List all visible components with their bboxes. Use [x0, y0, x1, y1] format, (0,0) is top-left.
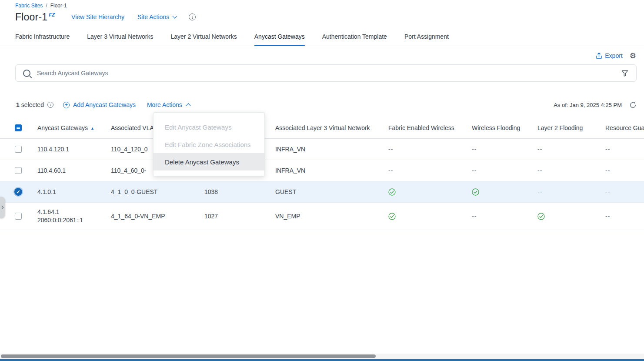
tab-layer3-virtual-networks[interactable]: Layer 3 Virtual Networks: [87, 30, 153, 46]
tab-port-assignment[interactable]: Port Assignment: [404, 30, 449, 46]
cell-layer3-vn: GUEST: [272, 181, 385, 203]
breadcrumb-current: Floor-1: [50, 3, 67, 9]
plus-circle-icon: [63, 102, 70, 108]
fabric-site-floor1-page: Fabric Sites / Floor-1 Floor-1FZ View Si…: [0, 0, 644, 361]
tab-anycast-gateways[interactable]: Anycast Gateways: [254, 30, 305, 46]
cell-layer2-flooding: --: [534, 181, 602, 203]
tab-layer2-virtual-networks[interactable]: Layer 2 Virtual Networks: [171, 30, 237, 46]
export-button[interactable]: Export: [596, 52, 622, 59]
tab-authentication-template[interactable]: Authentication Template: [322, 30, 387, 46]
cell-resource-guard: --: [602, 203, 644, 230]
info-icon[interactable]: [189, 13, 196, 20]
cell-resource-guard: --: [602, 181, 644, 203]
side-panel-handle[interactable]: [0, 197, 5, 218]
filter-icon[interactable]: [621, 70, 628, 77]
cell-layer3-vn: INFRA_VN: [272, 139, 385, 160]
add-anycast-gateways-label: Add Anycast Gateways: [73, 101, 136, 108]
more-actions-menu: Edit Anycast Gateways Edit Fabric Zone A…: [153, 112, 265, 177]
column-header-label: Anycast Gateways: [37, 124, 88, 131]
add-anycast-gateways-button[interactable]: Add Anycast Gateways: [63, 101, 136, 108]
search-icon: [23, 70, 30, 77]
search-input[interactable]: [36, 69, 621, 77]
selected-count-number: 1: [16, 101, 20, 108]
cell-layer2-flooding: --: [534, 160, 602, 181]
row-checkbox[interactable]: [15, 167, 22, 174]
cell-gateway: 4.1.0.1: [34, 181, 107, 203]
bottom-bar: [0, 359, 644, 361]
cell-vlan-id: 1038: [201, 181, 272, 203]
cell-gateway: 110.4.120.1: [34, 139, 107, 160]
site-actions-dropdown[interactable]: Site Actions: [137, 13, 177, 20]
menu-item-edit-fabric-zone-associations: Edit Fabric Zone Associations: [153, 136, 264, 153]
view-site-hierarchy-link[interactable]: View Site Hierarchy: [71, 13, 124, 20]
refresh-icon[interactable]: [629, 101, 637, 109]
cell-resource-guard: --: [602, 160, 644, 181]
success-check-icon: [537, 213, 545, 220]
table-row: 110.4.60.1 110_4_60_0- INFRA_VN -- -- --…: [0, 160, 644, 181]
chevron-right-icon: [0, 206, 3, 209]
cell-gateway: 110.4.60.1: [34, 160, 107, 181]
chevron-up-icon: [186, 103, 190, 108]
column-header-fabric-enabled-wireless[interactable]: Fabric Enabled Wireless: [385, 117, 468, 139]
menu-item-delete-anycast-gateways[interactable]: Delete Anycast Gateways: [153, 153, 264, 170]
cell-resource-guard: --: [602, 139, 644, 160]
search-bar: [15, 64, 637, 82]
tab-fabric-infrastructure[interactable]: Fabric Infrastructure: [15, 30, 70, 46]
table-header-row: Anycast Gateways Associated VLA Associat…: [0, 117, 644, 139]
sort-ascending-icon: [90, 126, 94, 130]
cell-vlan-name: 4_1_64_0-VN_EMP: [107, 203, 201, 230]
breadcrumb: Fabric Sites / Floor-1: [0, 0, 644, 9]
page-title-text: Floor-1: [15, 11, 47, 23]
cell-layer2-flooding: [534, 203, 602, 230]
tab-bar: Fabric Infrastructure Layer 3 Virtual Ne…: [0, 30, 644, 46]
cell-layer2-flooding: --: [534, 139, 602, 160]
row-checkbox-checked[interactable]: [14, 188, 22, 196]
menu-item-edit-anycast-gateways: Edit Anycast Gateways: [153, 118, 264, 136]
success-check-icon: [472, 188, 479, 196]
page-header: Floor-1FZ View Site Hierarchy Site Actio…: [15, 10, 644, 24]
more-actions-label: More Actions: [147, 101, 182, 108]
table-row-selected: 4.1.0.1 4_1_0_0-GUEST 1038 GUEST -- --: [0, 181, 644, 203]
row-checkbox[interactable]: [15, 213, 22, 220]
site-actions-label: Site Actions: [137, 13, 169, 20]
scrollbar-thumb[interactable]: [1, 354, 376, 358]
gateway-ipv4: 4.1.64.1: [37, 208, 105, 216]
cell-fabric-enabled-wireless: --: [385, 139, 468, 160]
cell-wireless-flooding: --: [468, 203, 534, 230]
cell-fabric-enabled-wireless: --: [385, 160, 468, 181]
cell-vlan-name: 4_1_0_0-GUEST: [107, 181, 201, 203]
column-header-resource-guard[interactable]: Resource Gua: [602, 117, 644, 139]
export-label: Export: [605, 52, 622, 59]
column-header-wireless-flooding[interactable]: Wireless Flooding: [468, 117, 534, 139]
column-header-layer2-flooding[interactable]: Layer 2 Flooding: [534, 117, 602, 139]
column-header-anycast-gateways[interactable]: Anycast Gateways: [34, 117, 107, 139]
export-icon: [596, 52, 602, 59]
column-header-layer3-vn[interactable]: Associated Layer 3 Virtual Network: [272, 117, 385, 139]
select-all-checkbox[interactable]: [15, 124, 22, 131]
cell-layer3-vn: VN_EMP: [272, 203, 385, 230]
breadcrumb-fabric-sites-link[interactable]: Fabric Sites: [15, 3, 43, 9]
anycast-gateways-table: Anycast Gateways Associated VLA Associat…: [0, 117, 644, 230]
breadcrumb-separator: /: [46, 3, 47, 9]
success-check-icon: [388, 188, 396, 196]
selected-count: 1selected: [16, 101, 44, 108]
cell-layer3-vn: INFRA_VN: [272, 160, 385, 181]
cell-wireless-flooding: --: [468, 160, 534, 181]
cell-fabric-enabled-wireless: [385, 203, 468, 230]
gateway-ipv6: 2060:0:0:2061::1: [37, 216, 105, 224]
horizontal-scrollbar[interactable]: [0, 354, 644, 359]
cell-fabric-enabled-wireless: [385, 181, 468, 203]
info-icon[interactable]: [47, 102, 53, 108]
row-checkbox[interactable]: [15, 146, 22, 153]
settings-gear-icon[interactable]: [630, 52, 636, 60]
success-check-icon: [388, 213, 396, 220]
cell-wireless-flooding: [468, 181, 534, 203]
table-toolbar: Export: [0, 50, 636, 61]
cell-gateway: 4.1.64.12060:0:0:2061::1: [34, 203, 107, 230]
chevron-down-icon: [173, 13, 177, 18]
fabric-zone-badge: FZ: [49, 12, 55, 17]
as-of-timestamp: As of: Jan 9, 2025 4:25 PM: [554, 102, 622, 108]
more-actions-button[interactable]: More Actions: [147, 101, 190, 108]
selection-actions-row: 1selected Add Anycast Gateways More Acti…: [16, 99, 637, 110]
selected-count-label: selected: [21, 101, 44, 108]
